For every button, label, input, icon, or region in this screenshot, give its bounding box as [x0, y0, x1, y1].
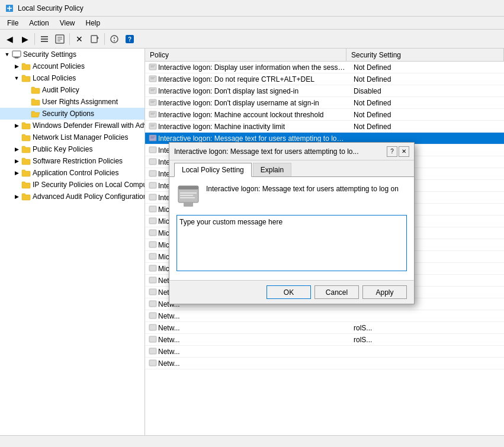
svg-rect-62 — [180, 192, 197, 194]
tab-local-policy-setting[interactable]: Local Policy Setting — [174, 163, 252, 177]
dialog-overlay: Interactive logon: Message text for user… — [0, 0, 504, 447]
svg-rect-63 — [180, 195, 193, 196]
svg-rect-64 — [180, 197, 195, 198]
dialog: Interactive logon: Message text for user… — [169, 142, 415, 304]
dialog-title-left: Interactive logon: Message text for user… — [174, 147, 359, 156]
dialog-title-controls: ? ✕ — [387, 146, 409, 157]
tab-explain[interactable]: Explain — [253, 163, 291, 176]
svg-rect-65 — [184, 202, 193, 207]
dialog-header-area: Interactive logon: Message text for user… — [176, 184, 407, 208]
svg-rect-61 — [178, 186, 198, 189]
dialog-policy-icon — [176, 184, 200, 208]
ok-button[interactable]: OK — [267, 285, 311, 299]
apply-button[interactable]: Apply — [362, 285, 407, 299]
dialog-policy-title-text: Interactive logon: Message text for user… — [206, 184, 399, 194]
cancel-button[interactable]: Cancel — [314, 285, 359, 299]
dialog-close-button[interactable]: ✕ — [399, 146, 409, 157]
dialog-title-text: Interactive logon: Message text for user… — [174, 147, 359, 156]
dialog-buttons: OK Cancel Apply — [169, 280, 414, 304]
dialog-content: Interactive logon: Message text for user… — [169, 177, 414, 280]
dialog-tabs: Local Policy Setting Explain — [169, 160, 414, 177]
dialog-title-bar: Interactive logon: Message text for user… — [169, 143, 414, 160]
dialog-help-button[interactable]: ? — [387, 146, 397, 157]
dialog-message-textarea[interactable] — [176, 215, 407, 271]
